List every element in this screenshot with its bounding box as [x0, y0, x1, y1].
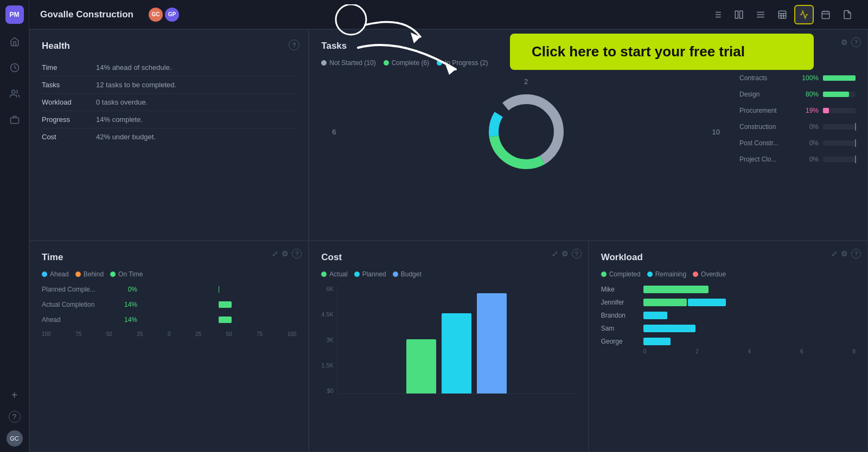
legend-on-time: On Time	[110, 270, 143, 278]
workload-title: Workload	[601, 252, 856, 263]
svg-rect-19	[822, 11, 829, 19]
free-trial-banner[interactable]: Click here to start your free trial	[510, 34, 814, 70]
health-value-progress: 14% complete.	[96, 111, 296, 128]
sidebar-help-icon[interactable]: ?	[9, 411, 21, 423]
workload-row-brandon: Brandon	[601, 312, 856, 319]
svg-rect-2	[10, 118, 18, 124]
workload-settings-icon[interactable]: ⚙	[841, 249, 848, 258]
health-row-cost: Cost 42% under budget.	[42, 128, 296, 146]
list-view-button[interactable]	[707, 5, 727, 24]
cost-bar-planned	[442, 313, 471, 393]
health-value-time: 14% ahead of schedule.	[96, 59, 296, 76]
health-label-time: Time	[42, 59, 96, 76]
tasks-donut-container: 2 6 10	[321, 72, 731, 191]
brandon-remaining-bar	[643, 312, 667, 319]
workload-row-mike: Mike	[601, 286, 856, 293]
health-table: Time 14% ahead of schedule. Tasks 12 tas…	[42, 59, 296, 145]
dashboard-view-button[interactable]	[794, 5, 814, 24]
legend-dot-not-started	[321, 60, 327, 66]
health-value-cost: 42% under budget.	[96, 128, 296, 146]
bar-row-project-close: Project Clo... 0%	[739, 156, 856, 163]
donut-label-right: 10	[712, 128, 720, 136]
workload-row-jennifer: Jennifer	[601, 299, 856, 306]
health-label-workload: Workload	[42, 94, 96, 111]
workload-people-rows: Mike Jennifer Brandon	[601, 286, 856, 345]
calendar-view-button[interactable]	[816, 5, 835, 24]
sidebar-user-avatar[interactable]: GC	[7, 430, 23, 447]
workload-expand-icon[interactable]: ⤢	[831, 249, 838, 258]
sidebar-item-people[interactable]	[7, 86, 23, 102]
bar-row-procurement: Procurement 19%	[739, 107, 856, 114]
bar-row-post-constr: Post Constr... 0%	[739, 139, 856, 147]
health-row-progress: Progress 14% complete.	[42, 111, 296, 128]
workload-panel: Workload ⤢ ⚙ ? Completed Remaining Overd…	[589, 241, 868, 452]
time-row-planned: Planned Comple... 0%	[42, 286, 296, 293]
sidebar-item-home[interactable]	[7, 34, 23, 50]
tasks-panel-icons: ⚙ ?	[841, 37, 861, 47]
sidebar-item-time[interactable]	[7, 60, 23, 76]
svg-rect-9	[735, 11, 738, 18]
mike-completed-bar	[643, 286, 709, 293]
cost-bar-actual	[406, 339, 436, 393]
time-expand-icon[interactable]: ⤢	[272, 249, 278, 258]
legend-complete: Complete (6)	[384, 59, 429, 67]
time-row-actual: Actual Completion 14%	[42, 301, 296, 308]
tasks-donut-chart	[483, 88, 570, 175]
sidebar-add-button[interactable]: +	[7, 387, 23, 403]
donut-label-top: 2	[524, 78, 528, 86]
legend-overdue: Overdue	[693, 270, 726, 278]
time-panel-icons: ⤢ ⚙ ?	[272, 249, 302, 259]
health-row-workload: Workload 0 tasks overdue.	[42, 94, 296, 111]
health-label-cost: Cost	[42, 128, 96, 146]
donut-label-left: 6	[332, 128, 336, 136]
legend-remaining: Remaining	[647, 270, 686, 278]
health-help-icon[interactable]: ?	[289, 40, 299, 50]
time-panel: Time ⤢ ⚙ ? Ahead Behind On Time	[29, 241, 309, 452]
health-row-tasks: Tasks 12 tasks to be completed.	[42, 76, 296, 94]
health-label-progress: Progress	[42, 111, 96, 128]
time-help-icon[interactable]: ?	[292, 249, 302, 259]
time-row-ahead: Ahead 14%	[42, 316, 296, 324]
bar-row-contracts: Contracts 100%	[739, 74, 856, 82]
jennifer-completed-bar	[643, 299, 687, 306]
health-title: Health	[42, 41, 296, 51]
header-avatars: GC GP	[149, 8, 179, 22]
workload-row-sam: Sam	[601, 325, 856, 332]
legend-planned: Planned	[354, 270, 386, 278]
cost-settings-icon[interactable]: ⚙	[561, 249, 569, 258]
cost-bars	[337, 286, 576, 394]
legend-dot-in-progress	[437, 60, 442, 66]
time-bars: Planned Comple... 0% Actual Completion 1…	[42, 286, 296, 324]
sidebar: PM + ? GC	[0, 0, 29, 452]
cost-title: Cost	[321, 252, 576, 263]
legend-in-progress: In Progress (2)	[437, 59, 488, 67]
cost-legend: Actual Planned Budget	[321, 270, 576, 278]
legend-not-started: Not Started (10)	[321, 59, 375, 67]
svg-rect-10	[740, 11, 743, 18]
workload-legend: Completed Remaining Overdue	[601, 270, 856, 278]
rows-view-button[interactable]	[751, 5, 770, 24]
legend-budget: Budget	[393, 270, 422, 278]
bar-row-design: Design 80%	[739, 91, 856, 98]
cost-panel-icons: ⤢ ⚙ ?	[552, 249, 582, 259]
app-logo[interactable]: PM	[5, 5, 24, 24]
cost-y-axis: 6K 4.5K 3K 1.5K $0	[321, 286, 337, 394]
cost-bar-budget	[477, 293, 507, 393]
sam-remaining-bar	[643, 325, 695, 332]
avatar-gc[interactable]: GC	[149, 8, 163, 22]
columns-view-button[interactable]	[729, 5, 749, 24]
legend-behind: Behind	[75, 270, 104, 278]
table-view-button[interactable]	[773, 5, 792, 24]
time-axis: 100 75 50 25 0 25 50 75 100	[42, 331, 296, 337]
time-settings-icon[interactable]: ⚙	[282, 249, 289, 258]
health-value-workload: 0 tasks overdue.	[96, 94, 296, 111]
cost-expand-icon[interactable]: ⤢	[552, 249, 558, 258]
tasks-help-icon[interactable]: ?	[851, 37, 861, 47]
doc-view-button[interactable]	[838, 5, 857, 24]
tasks-settings-icon[interactable]: ⚙	[841, 38, 848, 47]
sidebar-item-portfolio[interactable]	[7, 112, 23, 128]
cost-help-icon[interactable]: ?	[572, 249, 582, 259]
project-title: Govalle Construction	[40, 9, 133, 20]
avatar-gp[interactable]: GP	[165, 8, 179, 22]
workload-help-icon[interactable]: ?	[851, 249, 861, 259]
